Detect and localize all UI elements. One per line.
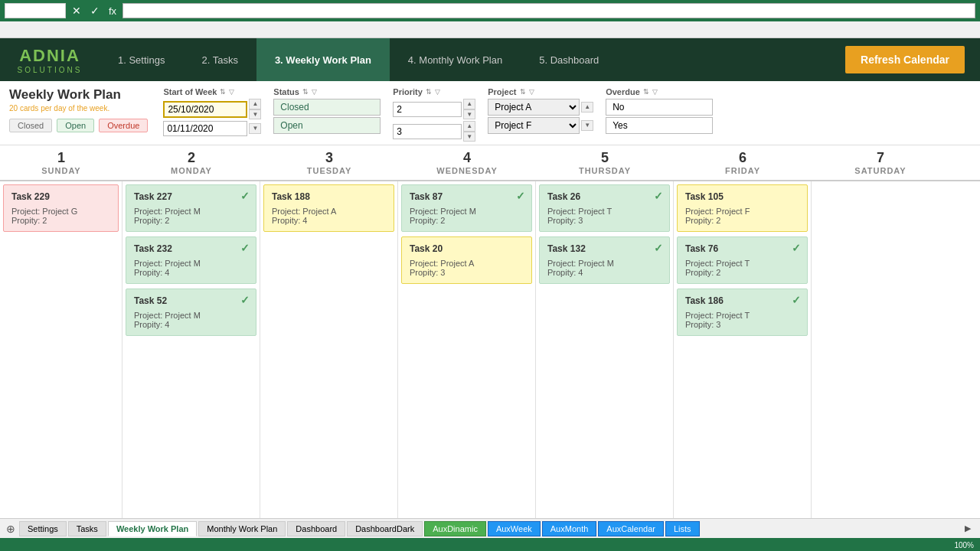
- sheet-tab-weekly[interactable]: Weekly Work Plan: [108, 521, 197, 536]
- day-col-thursday: ✓ Task 26 Project: Project T Propity: 3 …: [536, 181, 674, 518]
- filter-status-open[interactable]: Open: [273, 117, 381, 134]
- task-186-priority: Propity: 3: [685, 320, 799, 329]
- day-name-5: THURSDAY: [545, 166, 665, 175]
- day-header-saturday: 7 SATURDAY: [812, 145, 949, 180]
- filter-project-sort-icon[interactable]: ⇅: [520, 88, 526, 96]
- badge-closed[interactable]: Closed: [9, 119, 52, 132]
- nav-tab-dashboard[interactable]: 5. Dashboard: [521, 38, 617, 81]
- nav-tab-tasks[interactable]: 2. Tasks: [183, 38, 256, 81]
- filter-overdue-yes[interactable]: Yes: [606, 117, 713, 134]
- excel-bar: ✕ ✓ fx: [0, 0, 980, 21]
- filter-sow2-down[interactable]: ▼: [249, 123, 261, 134]
- day-header-thursday: 5 THURSDAY: [536, 145, 674, 180]
- filter-sow-value2[interactable]: 01/11/2020: [163, 121, 247, 136]
- nav-tab-monthly[interactable]: 4. Monthly Work Plan: [390, 38, 521, 81]
- task-card-26[interactable]: ✓ Task 26 Project: Project T Propity: 3: [539, 184, 670, 232]
- filter-overdue: Overdue ⇅ ▽ No Yes: [606, 87, 713, 134]
- task-card-76[interactable]: ✓ Task 76 Project: Project T Propity: 2: [677, 236, 808, 284]
- filter-overdue-sort-icon[interactable]: ⇅: [643, 88, 649, 96]
- badge-overdue[interactable]: Overdue: [99, 119, 148, 132]
- filter-sow-value1[interactable]: 25/10/2020: [163, 101, 247, 118]
- task-card-52[interactable]: ✓ Task 52 Project: Project M Propity: 4: [126, 289, 256, 336]
- add-sheet-button[interactable]: ⊕: [3, 523, 18, 535]
- task-card-87[interactable]: ✓ Task 87 Project: Project M Propity: 2: [401, 184, 532, 232]
- filter-project2-down[interactable]: ▼: [581, 120, 593, 131]
- status-badges: Closed Open Overdue: [9, 119, 148, 132]
- day-col-friday: Task 105 Project: Project F Propity: 2 ✓…: [674, 181, 812, 518]
- task-card-232[interactable]: ✓ Task 232 Project: Project M Propity: 4: [126, 236, 256, 284]
- sheet-tab-settings[interactable]: Settings: [19, 521, 67, 536]
- sheet-tab-dashboard[interactable]: Dashboard: [287, 521, 345, 536]
- page-title-area: Weekly Work Plan 20 cards per day of the…: [9, 87, 148, 132]
- task-card-188[interactable]: Task 188 Project: Project A Propity: 4: [263, 184, 394, 232]
- day-name-1: SUNDAY: [9, 166, 113, 175]
- task-232-title: Task 232: [134, 243, 248, 254]
- nav-tab-settings[interactable]: 1. Settings: [100, 38, 183, 81]
- filter-sow-filter-icon[interactable]: ▽: [229, 88, 234, 96]
- filter-sow-down[interactable]: ▼: [249, 109, 261, 120]
- nav-tab-weekly[interactable]: 3. Weekly Work Plan: [256, 38, 390, 81]
- day-header-monday: 2 MONDAY: [122, 145, 260, 180]
- task-card-20[interactable]: Task 20 Project: Project A Propity: 3: [401, 236, 532, 284]
- nav-right: Refresh Calendar: [830, 46, 980, 73]
- task-132-title: Task 132: [547, 243, 662, 254]
- badge-open[interactable]: Open: [57, 119, 94, 132]
- filter-project-filter-icon[interactable]: ▽: [529, 88, 534, 96]
- scroll-right-icon[interactable]: ▶: [965, 523, 971, 533]
- check-186: ✓: [792, 294, 801, 306]
- filter-priority-sort-icon[interactable]: ⇅: [426, 88, 432, 96]
- check-87: ✓: [516, 190, 525, 202]
- task-card-227[interactable]: ✓ Task 227 Project: Project M Propity: 2: [126, 184, 256, 232]
- filter-sow-up[interactable]: ▲: [249, 99, 261, 109]
- filter-overdue-label: Overdue: [606, 87, 640, 96]
- filter-priority-value1[interactable]: [393, 102, 462, 117]
- filter-overdue-filter-icon[interactable]: ▽: [652, 88, 658, 96]
- task-52-project: Project: Project M: [134, 311, 248, 320]
- day-headers: 1 SUNDAY 2 MONDAY 3 TUESDAY 4 WEDNESDAY …: [0, 145, 980, 181]
- sheet-tab-monthly[interactable]: Monthly Work Plan: [198, 521, 286, 536]
- task-card-132[interactable]: ✓ Task 132 Project: Project M Propity: 4: [539, 236, 670, 284]
- page-subtitle: 20 cards per day of the week.: [9, 104, 148, 112]
- task-229-project: Project: Project G: [11, 207, 110, 216]
- task-76-project: Project: Project T: [685, 259, 799, 268]
- sheet-tab-auxweek[interactable]: AuxWeek: [488, 521, 541, 536]
- task-20-project: Project: Project A: [410, 259, 524, 268]
- refresh-calendar-button[interactable]: Refresh Calendar: [845, 46, 965, 73]
- sheet-tab-tasks[interactable]: Tasks: [68, 521, 106, 536]
- task-card-229[interactable]: Task 229 Project: Project G Propity: 2: [3, 184, 119, 232]
- sheet-tab-auxmonth[interactable]: AuxMonth: [542, 521, 597, 536]
- cell-name-box[interactable]: [5, 3, 66, 18]
- filter-priority-value2[interactable]: [393, 124, 462, 139]
- filter-project-up[interactable]: ▲: [581, 102, 593, 112]
- task-229-title: Task 229: [11, 191, 110, 202]
- calendar-body: Task 229 Project: Project G Propity: 2 ✓…: [0, 181, 980, 518]
- filter-status-closed[interactable]: Closed: [273, 99, 381, 116]
- sheet-tab-auxcalendar[interactable]: AuxCalendar: [598, 521, 664, 536]
- check-132: ✓: [654, 242, 663, 254]
- filter-status-sort-icon[interactable]: ⇅: [302, 88, 309, 96]
- filter-priority-filter-icon[interactable]: ▽: [435, 88, 440, 96]
- sheet-tab-lists[interactable]: Lists: [665, 521, 700, 536]
- filter-priority2-up[interactable]: ▲: [463, 121, 475, 132]
- cancel-button[interactable]: ✕: [69, 5, 84, 17]
- task-20-title: Task 20: [410, 243, 524, 254]
- task-132-project: Project: Project M: [547, 259, 662, 268]
- filter-priority2-down[interactable]: ▼: [463, 132, 475, 142]
- task-186-project: Project: Project T: [685, 311, 799, 320]
- filter-project-select2[interactable]: Project F Project A: [488, 117, 580, 134]
- filter-project-select1[interactable]: Project A Project F Project M Project T …: [488, 99, 580, 116]
- sheet-tab-auxdinamic[interactable]: AuxDinamic: [424, 521, 486, 536]
- task-card-186[interactable]: ✓ Task 186 Project: Project T Propity: 3: [677, 289, 808, 336]
- filter-status-filter-icon[interactable]: ▽: [312, 88, 317, 96]
- sheet-tabs-bar: ⊕ Settings Tasks Weekly Work Plan Monthl…: [0, 518, 980, 538]
- filter-priority-up[interactable]: ▲: [463, 99, 475, 109]
- filter-sow-sort-icon[interactable]: ⇅: [220, 88, 226, 96]
- nav-tabs: 1. Settings 2. Tasks 3. Weekly Work Plan…: [100, 38, 830, 81]
- filter-priority-down[interactable]: ▼: [463, 109, 475, 120]
- sheet-tab-dashboarddark[interactable]: DashboardDark: [347, 521, 423, 536]
- confirm-button[interactable]: ✓: [87, 5, 103, 17]
- logo: ADNIA SOLUTIONS: [0, 41, 100, 79]
- formula-input[interactable]: [122, 3, 975, 18]
- filter-overdue-no[interactable]: No: [606, 99, 713, 116]
- task-card-105[interactable]: Task 105 Project: Project F Propity: 2: [677, 184, 808, 232]
